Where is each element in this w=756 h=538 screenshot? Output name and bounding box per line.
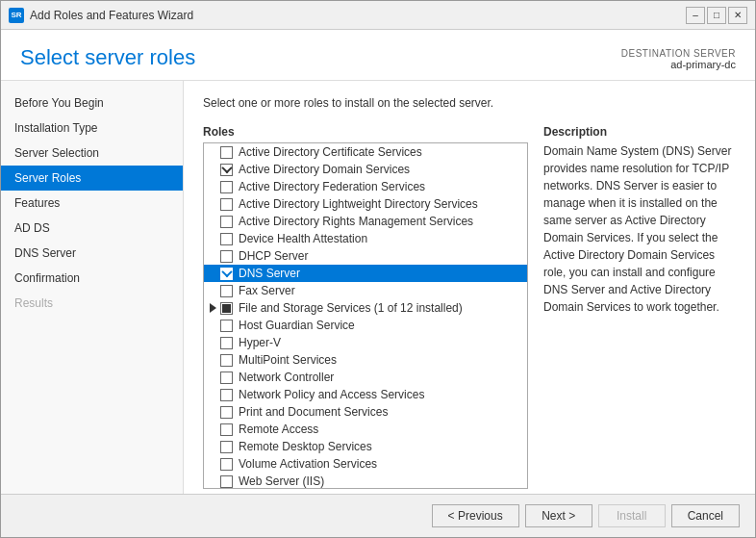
sidebar-item-confirmation[interactable]: Confirmation xyxy=(1,266,183,291)
role-label-pds: Print and Document Services xyxy=(239,405,388,419)
role-item-hyper[interactable]: Hyper-V xyxy=(204,334,527,351)
destination-server-info: DESTINATION SERVER ad-primary-dc xyxy=(621,48,736,70)
sidebar-item-features[interactable]: Features xyxy=(1,191,183,216)
sidebar-item-dns-server[interactable]: DNS Server xyxy=(1,241,183,266)
partial-check-fas xyxy=(222,304,231,313)
dest-server-value: ad-primary-dc xyxy=(670,59,736,70)
role-label-adlds: Active Directory Lightweight Directory S… xyxy=(239,197,478,211)
app-icon: SR xyxy=(9,8,24,23)
role-label-ra: Remote Access xyxy=(239,423,318,436)
role-item-dns[interactable]: DNS Server xyxy=(204,265,527,282)
install-button[interactable]: Install xyxy=(598,504,666,527)
role-item-mps[interactable]: MultiPoint Services xyxy=(204,351,527,369)
role-item-adds[interactable]: Active Directory Domain Services xyxy=(204,161,527,178)
window-controls: – □ ✕ xyxy=(686,7,747,24)
role-label-adds: Active Directory Domain Services xyxy=(239,163,410,176)
checkbox-fax[interactable] xyxy=(220,285,233,297)
header-area: Select server roles DESTINATION SERVER a… xyxy=(1,30,755,81)
checkbox-nc[interactable] xyxy=(220,371,233,384)
checkbox-dhcp[interactable] xyxy=(220,250,233,263)
checkbox-adds[interactable] xyxy=(220,164,233,176)
roles-header: Roles xyxy=(203,125,528,139)
checkbox-hyper[interactable] xyxy=(220,337,233,349)
title-bar: SR Add Roles and Features Wizard – □ ✕ xyxy=(1,1,755,30)
check-mark-dns xyxy=(221,267,232,277)
sidebar: Before You BeginInstallation TypeServer … xyxy=(1,81,184,494)
roles-list[interactable]: Active Directory Certificate ServicesAct… xyxy=(203,142,528,489)
page-title: Select server roles xyxy=(20,45,195,70)
sidebar-item-server-roles[interactable]: Server Roles xyxy=(1,166,183,191)
role-item-nc[interactable]: Network Controller xyxy=(204,369,527,386)
role-item-adfs[interactable]: Active Directory Federation Services xyxy=(204,178,527,195)
role-label-rds: Remote Desktop Services xyxy=(239,440,372,453)
role-item-npas[interactable]: Network Policy and Access Services xyxy=(204,386,527,403)
checkbox-mps[interactable] xyxy=(220,354,233,367)
role-item-vas[interactable]: Volume Activation Services xyxy=(204,455,527,473)
description-text: Domain Name System (DNS) Server provides… xyxy=(543,142,736,316)
role-item-pds[interactable]: Print and Document Services xyxy=(204,403,527,421)
role-label-hyper: Hyper-V xyxy=(239,336,281,349)
role-label-mps: MultiPoint Services xyxy=(239,353,337,367)
next-button[interactable]: Next > xyxy=(525,504,592,527)
role-item-web[interactable]: Web Server (IIS) xyxy=(204,473,527,489)
checkbox-ra[interactable] xyxy=(220,423,233,436)
role-label-adcs: Active Directory Certificate Services xyxy=(239,145,422,159)
description-panel: Description Domain Name System (DNS) Ser… xyxy=(543,125,736,489)
role-label-npas: Network Policy and Access Services xyxy=(239,388,424,401)
window-title: Add Roles and Features Wizard xyxy=(30,9,686,22)
checkbox-adcs[interactable] xyxy=(220,146,233,159)
sidebar-item-server-selection[interactable]: Server Selection xyxy=(1,141,183,166)
check-mark-adds xyxy=(221,163,232,173)
roles-panel: Roles Active Directory Certificate Servi… xyxy=(203,125,528,489)
role-label-web: Web Server (IIS) xyxy=(239,474,324,488)
checkbox-fas[interactable] xyxy=(220,302,233,315)
checkbox-adrms[interactable] xyxy=(220,216,233,228)
role-label-fax: Fax Server xyxy=(239,284,295,297)
role-item-ra[interactable]: Remote Access xyxy=(204,421,527,438)
previous-button[interactable]: < Previous xyxy=(432,504,519,527)
content-area: Before You BeginInstallation TypeServer … xyxy=(1,81,755,494)
close-button[interactable]: ✕ xyxy=(728,7,747,24)
role-item-rds[interactable]: Remote Desktop Services xyxy=(204,438,527,455)
checkbox-web[interactable] xyxy=(220,475,233,488)
checkbox-dha[interactable] xyxy=(220,233,233,245)
role-label-adfs: Active Directory Federation Services xyxy=(239,180,425,193)
role-label-hgs: Host Guardian Service xyxy=(239,319,355,332)
checkbox-adlds[interactable] xyxy=(220,198,233,211)
sidebar-item-ad-ds[interactable]: AD DS xyxy=(1,216,183,241)
checkbox-adfs[interactable] xyxy=(220,181,233,193)
checkbox-vas[interactable] xyxy=(220,458,233,471)
role-item-adlds[interactable]: Active Directory Lightweight Directory S… xyxy=(204,195,527,213)
role-item-dhcp[interactable]: DHCP Server xyxy=(204,247,527,265)
role-label-nc: Network Controller xyxy=(239,371,334,384)
cancel-button[interactable]: Cancel xyxy=(671,504,740,527)
checkbox-hgs[interactable] xyxy=(220,320,233,332)
sidebar-item-before-you-begin[interactable]: Before You Begin xyxy=(1,90,183,115)
main-content: Select one or more roles to install on t… xyxy=(184,81,755,494)
role-label-dhcp: DHCP Server xyxy=(239,249,308,263)
role-item-adcs[interactable]: Active Directory Certificate Services xyxy=(204,143,527,161)
role-item-adrms[interactable]: Active Directory Rights Management Servi… xyxy=(204,213,527,230)
description-header: Description xyxy=(543,125,736,139)
sidebar-item-installation-type[interactable]: Installation Type xyxy=(1,115,183,141)
two-column-layout: Roles Active Directory Certificate Servi… xyxy=(203,125,736,489)
checkbox-dns[interactable] xyxy=(220,268,233,280)
expand-arrow-fas[interactable] xyxy=(210,303,216,313)
maximize-button[interactable]: □ xyxy=(707,7,726,24)
checkbox-rds[interactable] xyxy=(220,441,233,453)
role-item-fas[interactable]: File and Storage Services (1 of 12 insta… xyxy=(204,299,527,317)
role-label-dns: DNS Server xyxy=(239,267,300,280)
footer: < Previous Next > Install Cancel xyxy=(1,494,755,537)
role-label-adrms: Active Directory Rights Management Servi… xyxy=(239,215,473,228)
role-item-dha[interactable]: Device Health Attestation xyxy=(204,230,527,247)
checkbox-pds[interactable] xyxy=(220,406,233,419)
role-item-fax[interactable]: Fax Server xyxy=(204,282,527,299)
checkbox-npas[interactable] xyxy=(220,389,233,401)
dest-server-label: DESTINATION SERVER xyxy=(621,48,736,59)
role-label-dha: Device Health Attestation xyxy=(239,232,367,245)
wizard-window: SR Add Roles and Features Wizard – □ ✕ S… xyxy=(0,0,756,538)
role-label-fas: File and Storage Services (1 of 12 insta… xyxy=(239,301,463,315)
minimize-button[interactable]: – xyxy=(686,7,705,24)
role-item-hgs[interactable]: Host Guardian Service xyxy=(204,317,527,334)
role-label-vas: Volume Activation Services xyxy=(239,457,377,471)
